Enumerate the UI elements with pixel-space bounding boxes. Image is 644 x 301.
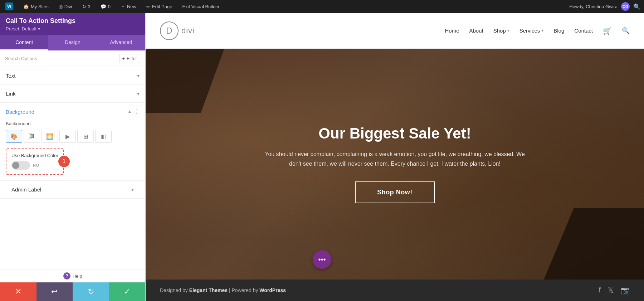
help-circle-icon: ?: [63, 272, 70, 280]
bg-image-type-btn[interactable]: 🖼: [24, 130, 40, 143]
wordpress-link[interactable]: WordPress: [259, 287, 286, 293]
admin-bar-left: W 🏠 My Sites ◎ Divi ↻ 3 💬 0 ＋ New ✏ Edit…: [4, 3, 569, 10]
background-chevron-icon: ▾: [128, 109, 131, 115]
tab-design[interactable]: Design: [48, 35, 97, 50]
redo-button[interactable]: ↻: [73, 282, 109, 301]
link-chevron-icon: ▾: [137, 91, 140, 97]
background-type-row: 🎨 🖼 🌅 ▶ ⊞ ◧: [6, 130, 140, 143]
floating-action-button[interactable]: •••: [313, 250, 331, 269]
recycle-item[interactable]: ↻ 3: [80, 4, 92, 9]
sidebar-content: Text ▾ Link ▾ Background ▾ ⋮: [0, 67, 145, 269]
exit-builder-item[interactable]: Exit Visual Builder: [180, 4, 221, 9]
filter-button[interactable]: + Filter: [119, 54, 140, 63]
services-chevron-icon: ▾: [541, 28, 543, 33]
recycle-count: 3: [88, 4, 91, 9]
admin-label-title: Admin Label: [11, 186, 41, 193]
designed-by-text: Designed by: [160, 287, 189, 293]
background-section-actions: ▾ ⋮: [128, 108, 140, 115]
wp-logo-item[interactable]: W: [4, 3, 15, 10]
nav-shop-label: Shop: [493, 28, 506, 34]
sidebar-header: Call To Action Settings Preset: Default …: [0, 13, 145, 35]
background-options-icon[interactable]: ⋮: [134, 108, 140, 115]
twitter-icon[interactable]: 𝕏: [608, 286, 614, 295]
search-options-placeholder: Search Options: [5, 56, 119, 61]
edit-page-item[interactable]: ✏ Edit Page: [145, 4, 174, 9]
help-link[interactable]: ? Help: [63, 272, 82, 280]
nav-blog[interactable]: Blog: [553, 28, 564, 34]
user-avatar[interactable]: CG: [621, 2, 630, 11]
nav-services-label: Services: [519, 28, 540, 34]
plus-icon: ＋: [121, 3, 125, 10]
divi-item[interactable]: ◎ Divi: [57, 4, 74, 9]
nav-home-label: Home: [445, 28, 459, 34]
sidebar-preset[interactable]: Preset: Default ▾: [6, 26, 140, 31]
facebook-icon[interactable]: f: [599, 286, 601, 295]
cancel-button[interactable]: ✕: [0, 282, 36, 301]
hero-cta-button[interactable]: Shop Now!: [355, 181, 434, 203]
logo-text: divi: [181, 26, 195, 35]
background-section-header[interactable]: Background ▾ ⋮: [0, 103, 145, 121]
bg-color-toggle[interactable]: [11, 161, 30, 170]
tab-content[interactable]: Content: [0, 35, 48, 50]
comment-icon: 💬: [101, 4, 106, 9]
admin-bar: W 🏠 My Sites ◎ Divi ↻ 3 💬 0 ＋ New ✏ Edit…: [0, 0, 644, 13]
admin-label-header[interactable]: Admin Label ▾: [6, 181, 140, 198]
help-label: Help: [73, 273, 82, 279]
plus-filter-icon: +: [122, 56, 125, 61]
hero-title: Our Biggest Sale Yet!: [318, 125, 471, 142]
sidebar-title: Call To Action Settings: [6, 17, 140, 25]
bg-pattern-type-btn[interactable]: ⊞: [77, 130, 94, 143]
sidebar-action-btns: ✕ ↩ ↻ ✓: [0, 282, 145, 301]
bg-color-type-btn[interactable]: 🎨: [6, 130, 22, 143]
tab-advanced[interactable]: Advanced: [97, 35, 145, 50]
sidebar-bottom: ? Help: [0, 269, 145, 282]
background-options: Background 🎨 🖼 🌅 ▶ ⊞ ◧ Use Background Co…: [0, 121, 145, 180]
bg-video-type-btn[interactable]: ▶: [59, 130, 76, 143]
toggle-no-label: NO: [33, 163, 39, 168]
undo-button[interactable]: ↩: [36, 282, 73, 301]
recycle-icon: ↻: [82, 4, 86, 9]
preset-chevron: ▾: [38, 26, 40, 31]
nav-services[interactable]: Services ▾: [519, 28, 544, 34]
preset-label: Preset: Default: [6, 26, 36, 31]
cart-icon[interactable]: 🛒: [603, 26, 612, 35]
nav-shop[interactable]: Shop ▾: [493, 28, 509, 34]
nav-home[interactable]: Home: [445, 28, 459, 34]
instagram-icon[interactable]: 📷: [621, 286, 630, 295]
my-sites-label: My Sites: [31, 4, 49, 9]
text-chevron-icon: ▾: [137, 73, 140, 79]
my-sites-item[interactable]: 🏠 My Sites: [21, 4, 50, 9]
hero-content: Our Biggest Sale Yet! You should never c…: [146, 49, 644, 280]
comments-count: 0: [108, 4, 111, 9]
wp-icon: W: [5, 3, 13, 10]
elegant-themes-link[interactable]: Elegant Themes: [189, 287, 228, 293]
hero-subtitle: You should never complain, complaining i…: [259, 149, 531, 169]
nav-contact[interactable]: Contact: [574, 28, 593, 34]
footer-separator: | Powered by: [229, 287, 259, 293]
nav-blog-label: Blog: [553, 28, 564, 34]
badge-number: 1: [58, 156, 70, 167]
admin-bar-right: Howdy, Christina Gwira CG 🔍: [569, 2, 640, 11]
new-item[interactable]: ＋ New: [119, 3, 138, 10]
text-section-title: Text: [6, 73, 16, 79]
site-logo: D divi: [160, 21, 195, 40]
bg-gradient-type-btn[interactable]: 🌅: [42, 130, 58, 143]
footer-text: Designed by Elegant Themes | Powered by …: [160, 287, 286, 293]
howdy-text: Howdy, Christina Gwira: [569, 4, 618, 9]
nav-contact-label: Contact: [574, 28, 593, 34]
site-header: D divi Home About Shop ▾ Services ▾: [146, 13, 644, 49]
save-button[interactable]: ✓: [109, 282, 146, 301]
search-icon-site[interactable]: 🔍: [622, 27, 630, 35]
site-nav: Home About Shop ▾ Services ▾ Blog Contac: [445, 26, 630, 35]
shop-chevron-icon: ▾: [507, 28, 509, 33]
link-section-header[interactable]: Link ▾: [0, 85, 145, 102]
comments-item[interactable]: 💬 0: [99, 4, 112, 9]
search-icon-admin[interactable]: 🔍: [633, 3, 640, 10]
toggle-row: NO: [11, 161, 58, 170]
bg-mask-type-btn[interactable]: ◧: [95, 130, 112, 143]
new-label: New: [127, 4, 136, 9]
background-label: Background: [6, 121, 140, 126]
nav-about[interactable]: About: [469, 28, 483, 34]
preview-area: D divi Home About Shop ▾ Services ▾: [146, 13, 644, 301]
text-section-header[interactable]: Text ▾: [0, 67, 145, 84]
